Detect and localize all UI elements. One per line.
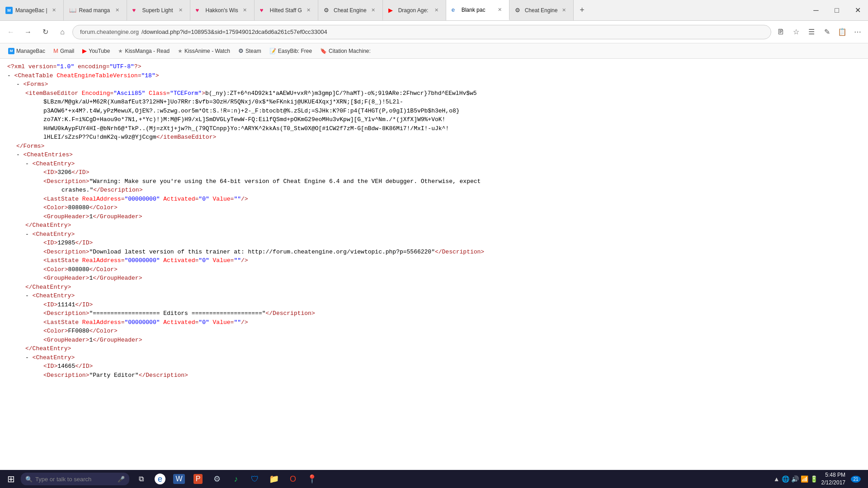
time-display: 5:48 PM <box>821 471 845 479</box>
notes-button[interactable]: ✎ <box>820 25 834 39</box>
xml-line-groupheader1: <GroupHeader>1</GroupHeader> <box>7 212 861 221</box>
bookmarks-bar: M ManageBac M Gmail ▶ YouTube ★ KissMang… <box>0 43 868 59</box>
edge-taskbar[interactable]: e <box>151 470 169 488</box>
tab-icon-hiltedstaff: ♥ <box>260 7 267 14</box>
powerpoint-taskbar[interactable]: P <box>189 470 207 488</box>
tab[interactable]: ♥ Superb Light ✕ <box>127 0 190 20</box>
xml-line-forms: - <Forms> <box>7 80 861 89</box>
minimize-button[interactable]: ─ <box>806 0 826 21</box>
filemanager-taskbar[interactable]: 📁 <box>265 470 283 488</box>
tab-label-superblight: Superb Light <box>142 7 174 14</box>
bookmark-citation[interactable]: 🔖 Citation Machine: <box>316 46 374 56</box>
bookmark-managebac[interactable]: M ManageBac <box>5 46 49 56</box>
bookmark-youtube[interactable]: ▶ YouTube <box>79 46 113 56</box>
new-tab-button[interactable]: + <box>574 0 590 20</box>
favorites-button[interactable]: ☆ <box>789 25 803 39</box>
folder-icon: 📁 <box>269 474 279 484</box>
start-button[interactable]: ⊞ <box>2 470 20 488</box>
address-path: /download.php?id=108953&sid=175949012dca… <box>142 28 327 35</box>
office-taskbar[interactable]: O <box>284 470 302 488</box>
address-bar[interactable]: forum.cheatengine.org/download.php?id=10… <box>72 25 771 39</box>
tab-close-readmanga[interactable]: ✕ <box>113 6 121 14</box>
close-button[interactable]: ✕ <box>847 0 868 21</box>
taskbar-search[interactable]: 🔍 Type or talk to search 🎤 <box>21 473 129 485</box>
arrow-up-icon[interactable]: ▲ <box>774 475 780 483</box>
bookmark-steam[interactable]: ⚙ Steam <box>235 46 265 56</box>
xml-line-cheattable: - <CheatTable CheatEngineTableVersion="1… <box>7 71 861 80</box>
bookmark-icon-citation: 🔖 <box>320 48 327 54</box>
tab-close-superblight[interactable]: ✕ <box>177 6 184 14</box>
battery-icon[interactable]: 🔋 <box>810 475 818 483</box>
bookmark-kissanime[interactable]: ★ KissAnime - Watch <box>174 46 234 56</box>
tab[interactable]: ▶ Dragon Age: ✕ <box>383 0 446 20</box>
xml-line-enc4: H#WU0kAypFUY4HI-@bNrh6@*TkP..(Mj=zXtj+jw… <box>7 124 861 133</box>
xml-line-desc2: <Description>"Download latest version of… <box>7 248 861 257</box>
steam-taskbar[interactable]: ⚙ <box>208 470 226 488</box>
tab[interactable]: ⚙ Cheat Engine ✕ <box>318 0 383 20</box>
tab-close-managebac[interactable]: ✕ <box>50 6 58 14</box>
bookmark-gmail[interactable]: M Gmail <box>50 46 78 56</box>
page-content: <?xml version="1.0" encoding="UTF-8"?> -… <box>0 59 868 470</box>
powerpoint-icon: P <box>193 474 203 484</box>
tab[interactable]: e Blank pac ✕ <box>446 0 509 20</box>
word-taskbar[interactable]: W <box>170 470 188 488</box>
tab-close-hiltedstaff[interactable]: ✕ <box>305 6 312 14</box>
notification-button[interactable]: 21 <box>849 472 863 486</box>
tab-icon-superblight: ♥ <box>132 7 140 14</box>
microphone-icon: 🎤 <box>118 476 125 483</box>
xml-line-itembaseeditor-open: <itemBaseEditor Encoding="Ascii85" Class… <box>7 89 861 98</box>
xml-line-cheatentries: - <CheatEntries> <box>7 150 861 160</box>
wifi-icon[interactable]: 📶 <box>801 475 808 483</box>
xml-line-cheatentry3-close: </CheatEntry> <box>7 344 861 353</box>
tab-close-dragonage[interactable]: ✕ <box>433 6 440 14</box>
refresh-button[interactable]: ↻ <box>38 25 52 39</box>
spotify-taskbar[interactable]: ♪ <box>227 470 245 488</box>
shield-taskbar[interactable]: 🛡 <box>246 470 264 488</box>
tab-label-cheatengine1: Cheat Engine <box>334 7 367 14</box>
xml-line-laststate1: <LastState RealAddress="00000000" Activa… <box>7 195 861 204</box>
tab[interactable]: 📖 Read manga ✕ <box>64 0 127 20</box>
network-icon[interactable]: 🌐 <box>782 475 789 483</box>
office-icon: O <box>290 474 296 484</box>
xml-line-cheatentry3: - <CheatEntry> <box>7 291 861 300</box>
xml-line-desc1: <Description>"Warning: Make sure you're … <box>7 177 861 186</box>
reader-view-button[interactable]: 🖹 <box>774 25 788 39</box>
search-icon: 🔍 <box>25 476 33 483</box>
more-button[interactable]: ⋯ <box>851 25 864 39</box>
xml-line-cheatentry4: - <CheatEntry> <box>7 353 861 362</box>
taskview-button[interactable]: ⧉ <box>132 470 150 488</box>
tab-close-blankpac[interactable]: ✕ <box>496 6 504 14</box>
tab[interactable]: M ManageBac | ✕ <box>0 0 64 20</box>
bookmark-kissmanga[interactable]: ★ KissManga - Read <box>114 46 173 56</box>
tab-close-cheatengine1[interactable]: ✕ <box>369 6 377 14</box>
tab[interactable]: ♥ Hilted Staff G ✕ <box>255 0 318 20</box>
tab[interactable]: ♥ Hakkon's Wis ✕ <box>190 0 255 20</box>
tab-close-hakkon[interactable]: ✕ <box>241 6 249 14</box>
tab-close-cheatengine2[interactable]: ✕ <box>560 6 568 14</box>
xml-line-enc5: lHLEI/sZzsP??Cu!dmK2q-w9z@YjCcgm</itemBa… <box>7 133 861 142</box>
maximize-button[interactable]: □ <box>826 0 847 21</box>
steam-icon: ⚙ <box>213 474 221 484</box>
bookmark-label-steam: Steam <box>245 48 261 54</box>
bookmark-easybib[interactable]: 📝 EasyBib: Free <box>266 46 316 56</box>
search-placeholder: Type or talk to search <box>35 476 91 483</box>
maps-taskbar[interactable]: 📍 <box>303 470 321 488</box>
tab-icon-managebac: M <box>5 7 13 14</box>
reading-list-button[interactable]: ☰ <box>805 25 818 39</box>
back-button[interactable]: ← <box>4 25 18 39</box>
tab[interactable]: ⚙ Cheat Engine ✕ <box>509 0 574 20</box>
hub-button[interactable]: 📋 <box>835 25 849 39</box>
home-button[interactable]: ⌂ <box>55 25 70 39</box>
xml-line-id4: <ID>14665</ID> <box>7 362 861 371</box>
xml-line-id1: <ID>3206</ID> <box>7 168 861 177</box>
bookmark-label-kissmanga: KissManga - Read <box>125 48 170 54</box>
forward-button[interactable]: → <box>21 25 35 39</box>
xml-line-cheatentry1-close: </CheatEntry> <box>7 221 861 230</box>
bookmark-label-easybib: EasyBib: Free <box>278 48 312 54</box>
window-controls: ─ □ ✕ <box>806 0 868 21</box>
xml-line-cheatentry2-close: </CheatEntry> <box>7 283 861 292</box>
bookmark-label-gmail: Gmail <box>60 48 74 54</box>
xml-line-id3: <ID>11141</ID> <box>7 300 861 310</box>
tab-icon-readmanga: 📖 <box>69 7 76 14</box>
volume-icon[interactable]: 🔊 <box>791 475 799 483</box>
